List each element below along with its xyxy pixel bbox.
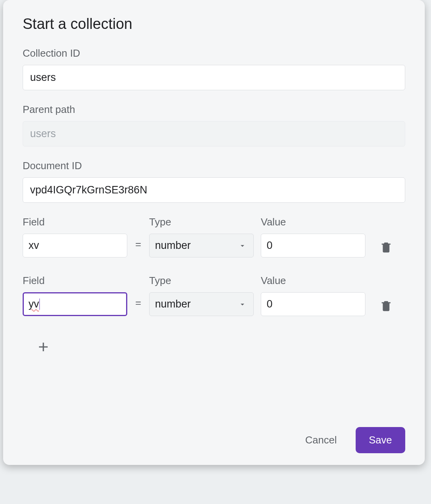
field-name-col: Field (23, 216, 127, 257)
field-name-input[interactable] (23, 234, 127, 257)
document-id-input[interactable] (23, 177, 405, 203)
equals-sign: = (134, 238, 142, 257)
value-header: Value (261, 275, 365, 287)
collection-id-input[interactable] (23, 65, 405, 90)
equals-sign: = (134, 297, 142, 316)
field-value-input[interactable] (261, 292, 365, 316)
type-header: Type (149, 216, 254, 228)
document-id-group: Document ID (23, 160, 405, 203)
field-type-value[interactable]: number (149, 234, 254, 257)
field-name-text: yv (28, 298, 39, 310)
delete-field-button[interactable] (372, 240, 393, 257)
field-row: Field = Type number Value (23, 216, 405, 257)
document-id-label: Document ID (23, 160, 405, 172)
parent-path-input (23, 121, 405, 147)
field-type-col: Type number (149, 275, 254, 316)
field-type-value[interactable]: number (149, 292, 254, 316)
collection-id-label: Collection ID (23, 47, 405, 59)
field-header: Field (23, 216, 127, 228)
start-collection-dialog: Start a collection Collection ID Parent … (3, 0, 425, 465)
collection-id-group: Collection ID (23, 47, 405, 90)
cancel-button[interactable]: Cancel (301, 429, 341, 451)
field-value-col: Value (261, 216, 365, 257)
field-value-input[interactable] (261, 234, 365, 257)
parent-path-label: Parent path (23, 104, 405, 116)
type-header: Type (149, 275, 254, 287)
delete-field-button[interactable] (372, 299, 393, 316)
field-value-col: Value (261, 275, 365, 316)
field-name-col: Field yv (23, 275, 127, 316)
parent-path-group: Parent path (23, 104, 405, 147)
text-cursor (39, 298, 40, 309)
save-button[interactable]: Save (356, 427, 405, 453)
dialog-actions: Cancel Save (23, 427, 405, 453)
add-field-button[interactable] (34, 337, 53, 357)
field-type-select[interactable]: number (149, 234, 254, 257)
trash-icon (379, 299, 393, 312)
add-field-row (34, 337, 405, 357)
value-header: Value (261, 216, 365, 228)
plus-icon (36, 340, 51, 354)
dialog-title: Start a collection (23, 16, 405, 32)
field-row: Field yv = Type number Value (23, 275, 405, 316)
field-header: Field (23, 275, 127, 287)
trash-icon (379, 240, 393, 254)
field-type-col: Type number (149, 216, 254, 257)
field-name-input[interactable]: yv (23, 292, 127, 316)
field-type-select[interactable]: number (149, 292, 254, 316)
